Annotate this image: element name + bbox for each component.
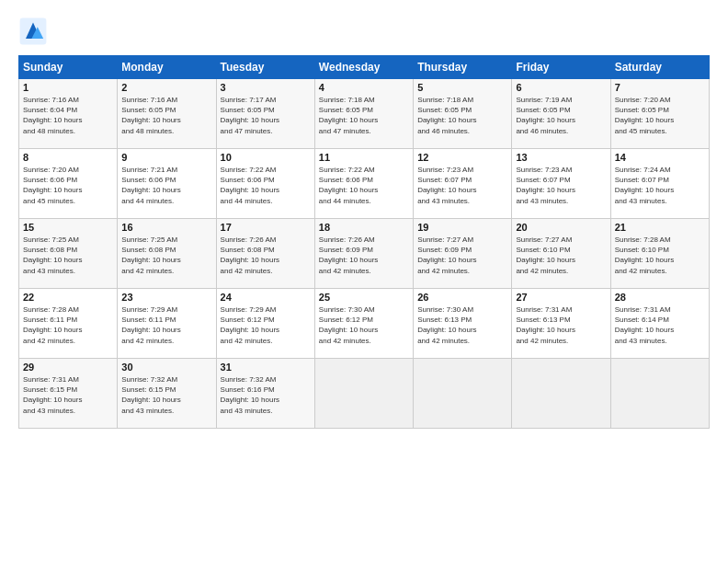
col-header-thursday: Thursday <box>414 56 512 79</box>
week-row-2: 8Sunrise: 7:20 AMSunset: 6:06 PMDaylight… <box>19 149 710 219</box>
day-info: Sunrise: 7:23 AMSunset: 6:07 PMDaylight:… <box>516 165 606 206</box>
day-number: 11 <box>319 152 409 163</box>
day-cell: 9Sunrise: 7:21 AMSunset: 6:06 PMDaylight… <box>118 149 216 219</box>
day-cell: 18Sunrise: 7:26 AMSunset: 6:09 PMDayligh… <box>314 219 413 289</box>
day-number: 15 <box>23 222 113 233</box>
day-info: Sunrise: 7:26 AMSunset: 6:09 PMDaylight:… <box>319 235 409 276</box>
day-number: 9 <box>121 152 211 163</box>
day-cell: 2Sunrise: 7:16 AMSunset: 6:05 PMDaylight… <box>118 79 216 149</box>
day-number: 22 <box>23 292 113 303</box>
logo-icon <box>18 17 48 46</box>
day-info: Sunrise: 7:26 AMSunset: 6:08 PMDaylight:… <box>221 235 311 276</box>
day-number: 4 <box>319 82 409 93</box>
col-header-tuesday: Tuesday <box>216 56 314 79</box>
header <box>18 17 710 46</box>
day-info: Sunrise: 7:29 AMSunset: 6:11 PMDaylight:… <box>121 304 211 346</box>
col-header-wednesday: Wednesday <box>314 56 413 79</box>
day-number: 16 <box>121 222 211 233</box>
day-info: Sunrise: 7:25 AMSunset: 6:08 PMDaylight:… <box>23 235 113 276</box>
page: SundayMondayTuesdayWednesdayThursdayFrid… <box>0 0 728 563</box>
day-number: 3 <box>221 82 311 93</box>
day-info: Sunrise: 7:27 AMSunset: 6:10 PMDaylight:… <box>516 235 606 276</box>
day-info: Sunrise: 7:19 AMSunset: 6:05 PMDaylight:… <box>516 95 606 136</box>
day-number: 13 <box>516 152 606 163</box>
day-cell: 11Sunrise: 7:22 AMSunset: 6:06 PMDayligh… <box>314 149 413 219</box>
day-cell: 31Sunrise: 7:32 AMSunset: 6:16 PMDayligh… <box>216 359 314 429</box>
day-cell: 17Sunrise: 7:26 AMSunset: 6:08 PMDayligh… <box>216 219 314 289</box>
day-info: Sunrise: 7:18 AMSunset: 6:05 PMDaylight:… <box>417 95 507 136</box>
col-header-saturday: Saturday <box>610 56 709 79</box>
col-header-friday: Friday <box>512 56 610 79</box>
day-cell <box>610 359 709 429</box>
day-info: Sunrise: 7:28 AMSunset: 6:10 PMDaylight:… <box>615 235 705 276</box>
day-number: 12 <box>417 152 507 163</box>
day-number: 23 <box>121 292 211 303</box>
calendar-table: SundayMondayTuesdayWednesdayThursdayFrid… <box>18 55 710 429</box>
day-cell: 13Sunrise: 7:23 AMSunset: 6:07 PMDayligh… <box>512 149 610 219</box>
day-info: Sunrise: 7:30 AMSunset: 6:12 PMDaylight:… <box>319 304 409 346</box>
day-number: 5 <box>417 82 507 93</box>
day-number: 2 <box>121 82 211 93</box>
day-cell: 1Sunrise: 7:16 AMSunset: 6:04 PMDaylight… <box>19 79 118 149</box>
day-cell <box>512 359 610 429</box>
day-number: 21 <box>615 222 705 233</box>
day-info: Sunrise: 7:29 AMSunset: 6:12 PMDaylight:… <box>221 304 311 346</box>
week-row-1: 1Sunrise: 7:16 AMSunset: 6:04 PMDaylight… <box>19 79 710 149</box>
day-cell: 8Sunrise: 7:20 AMSunset: 6:06 PMDaylight… <box>19 149 118 219</box>
day-info: Sunrise: 7:23 AMSunset: 6:07 PMDaylight:… <box>417 165 507 206</box>
day-number: 26 <box>417 292 507 303</box>
day-cell: 10Sunrise: 7:22 AMSunset: 6:06 PMDayligh… <box>216 149 314 219</box>
day-number: 25 <box>319 292 409 303</box>
day-info: Sunrise: 7:18 AMSunset: 6:05 PMDaylight:… <box>319 95 409 136</box>
day-info: Sunrise: 7:25 AMSunset: 6:08 PMDaylight:… <box>121 235 211 276</box>
header-row: SundayMondayTuesdayWednesdayThursdayFrid… <box>19 56 710 79</box>
day-cell: 27Sunrise: 7:31 AMSunset: 6:13 PMDayligh… <box>512 289 610 359</box>
day-number: 20 <box>516 222 606 233</box>
day-cell: 5Sunrise: 7:18 AMSunset: 6:05 PMDaylight… <box>414 79 512 149</box>
day-cell: 15Sunrise: 7:25 AMSunset: 6:08 PMDayligh… <box>19 219 118 289</box>
day-number: 8 <box>23 152 113 163</box>
day-number: 31 <box>221 362 311 373</box>
day-cell: 19Sunrise: 7:27 AMSunset: 6:09 PMDayligh… <box>414 219 512 289</box>
day-cell: 4Sunrise: 7:18 AMSunset: 6:05 PMDaylight… <box>314 79 413 149</box>
day-number: 18 <box>319 222 409 233</box>
day-cell: 30Sunrise: 7:32 AMSunset: 6:15 PMDayligh… <box>118 359 216 429</box>
col-header-sunday: Sunday <box>19 56 118 79</box>
day-cell: 16Sunrise: 7:25 AMSunset: 6:08 PMDayligh… <box>118 219 216 289</box>
day-cell: 28Sunrise: 7:31 AMSunset: 6:14 PMDayligh… <box>610 289 709 359</box>
day-number: 14 <box>615 152 705 163</box>
day-info: Sunrise: 7:21 AMSunset: 6:06 PMDaylight:… <box>121 165 211 206</box>
day-info: Sunrise: 7:32 AMSunset: 6:16 PMDaylight:… <box>221 374 311 416</box>
day-info: Sunrise: 7:22 AMSunset: 6:06 PMDaylight:… <box>319 165 409 206</box>
day-cell <box>314 359 413 429</box>
logo <box>18 17 50 46</box>
day-number: 19 <box>417 222 507 233</box>
day-number: 1 <box>23 82 113 93</box>
day-info: Sunrise: 7:24 AMSunset: 6:07 PMDaylight:… <box>615 165 705 206</box>
day-cell: 14Sunrise: 7:24 AMSunset: 6:07 PMDayligh… <box>610 149 709 219</box>
day-info: Sunrise: 7:31 AMSunset: 6:13 PMDaylight:… <box>516 304 606 346</box>
day-cell: 22Sunrise: 7:28 AMSunset: 6:11 PMDayligh… <box>19 289 118 359</box>
col-header-monday: Monday <box>118 56 216 79</box>
day-number: 24 <box>221 292 311 303</box>
week-row-5: 29Sunrise: 7:31 AMSunset: 6:15 PMDayligh… <box>19 359 710 429</box>
day-info: Sunrise: 7:20 AMSunset: 6:06 PMDaylight:… <box>23 165 113 206</box>
day-cell <box>414 359 512 429</box>
day-number: 28 <box>615 292 705 303</box>
day-cell: 3Sunrise: 7:17 AMSunset: 6:05 PMDaylight… <box>216 79 314 149</box>
day-info: Sunrise: 7:16 AMSunset: 6:05 PMDaylight:… <box>121 95 211 136</box>
day-cell: 23Sunrise: 7:29 AMSunset: 6:11 PMDayligh… <box>118 289 216 359</box>
week-row-3: 15Sunrise: 7:25 AMSunset: 6:08 PMDayligh… <box>19 219 710 289</box>
day-cell: 26Sunrise: 7:30 AMSunset: 6:13 PMDayligh… <box>414 289 512 359</box>
day-info: Sunrise: 7:16 AMSunset: 6:04 PMDaylight:… <box>23 95 113 136</box>
day-number: 6 <box>516 82 606 93</box>
week-row-4: 22Sunrise: 7:28 AMSunset: 6:11 PMDayligh… <box>19 289 710 359</box>
day-info: Sunrise: 7:31 AMSunset: 6:15 PMDaylight:… <box>23 374 113 416</box>
day-info: Sunrise: 7:22 AMSunset: 6:06 PMDaylight:… <box>221 165 311 206</box>
day-cell: 21Sunrise: 7:28 AMSunset: 6:10 PMDayligh… <box>610 219 709 289</box>
day-cell: 6Sunrise: 7:19 AMSunset: 6:05 PMDaylight… <box>512 79 610 149</box>
day-info: Sunrise: 7:20 AMSunset: 6:05 PMDaylight:… <box>615 95 705 136</box>
day-cell: 12Sunrise: 7:23 AMSunset: 6:07 PMDayligh… <box>414 149 512 219</box>
day-info: Sunrise: 7:30 AMSunset: 6:13 PMDaylight:… <box>417 304 507 346</box>
day-number: 17 <box>221 222 311 233</box>
